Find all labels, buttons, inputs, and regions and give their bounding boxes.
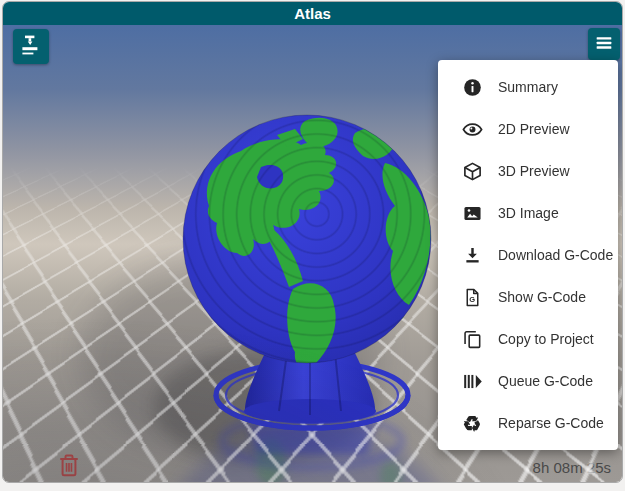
recycle-icon: ♻ [461,412,483,434]
queue-icon [461,370,483,392]
menu-item-label: 3D Preview [498,163,570,179]
context-menu: Summary2D Preview3D Preview3D ImageDownl… [438,60,618,450]
printer-3d-nozzle-icon [19,33,43,60]
menu-item-label: Queue G-Code [498,373,593,389]
gcode-file-icon: G [461,286,483,308]
menu-item-3d-image[interactable]: 3D Image [438,192,618,234]
menu-item-label: Copy to Project [498,331,594,347]
menu-item-label: Show G-Code [498,289,586,305]
menu-item-reparse-g-code[interactable]: ♻Reparse G-Code [438,402,618,444]
menu-item-copy-to-project[interactable]: Copy to Project [438,318,618,360]
hamburger-menu-icon [593,32,615,57]
3d-viewport[interactable]: Summary2D Preview3D Preview3D ImageDownl… [3,25,622,482]
file-title: Atlas [294,5,331,22]
file-preview-card: Atlas [2,1,623,483]
menu-item-summary[interactable]: Summary [438,66,618,108]
menu-item-label: Summary [498,79,558,95]
menu-item-download-g-code[interactable]: Download G-Code [438,234,618,276]
image-icon [461,202,483,224]
eye-icon [461,118,483,140]
menu-item-show-g-code[interactable]: GShow G-Code [438,276,618,318]
printer-button[interactable] [13,29,49,64]
context-menu-button[interactable] [588,28,620,60]
trash-icon[interactable] [55,451,83,480]
copy-icon [461,328,483,350]
menu-item-2d-preview[interactable]: 2D Preview [438,108,618,150]
cube-icon [461,160,483,182]
info-icon [461,76,483,98]
menu-item-label: 3D Image [498,205,559,221]
menu-item-queue-g-code[interactable]: Queue G-Code [438,360,618,402]
title-bar: Atlas [3,2,622,25]
menu-item-label: Download G-Code [498,247,613,263]
menu-item-label: Reparse G-Code [498,415,604,431]
svg-text:G: G [469,295,475,304]
download-icon [461,244,483,266]
menu-item-label: 2D Preview [498,121,570,137]
globe-model [179,111,439,482]
print-time: 8h 08m 25s [533,459,611,476]
menu-item-3d-preview[interactable]: 3D Preview [438,150,618,192]
